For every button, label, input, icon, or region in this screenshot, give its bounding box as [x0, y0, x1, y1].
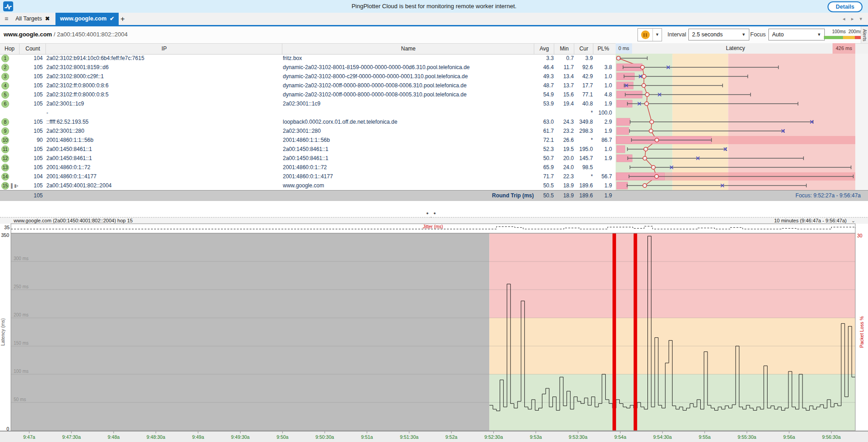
gridline-label: 300 ms [14, 256, 29, 261]
latency-axis-label: Latency (ms) [0, 318, 5, 346]
latency-scale-max: 426 ms [833, 43, 855, 54]
header-min[interactable]: Min [554, 44, 574, 54]
name-cell: 2001:4860:0:1::72 [283, 163, 534, 172]
header-ip[interactable]: IP [45, 44, 282, 54]
header-count[interactable]: Count [19, 44, 46, 54]
min-cell [554, 108, 574, 117]
hop-cell: 9 [0, 126, 19, 136]
interval-select[interactable]: 2.5 seconds▼ [688, 29, 749, 40]
name-cell: dynamic-2a02-3102-00ff-0000-8000-0000-00… [283, 90, 534, 99]
hop-badge: 3 [1, 73, 9, 80]
header-pl[interactable]: PL% [593, 44, 613, 54]
target-summary: www.google.com / 2a00:1450:4001:802::200… [4, 31, 128, 38]
pause-dropdown-arrow[interactable]: ▼ [653, 29, 662, 41]
pl-cell: 1.0 [593, 72, 612, 81]
min-cell: 13.4 [554, 72, 574, 81]
gridline-label: 100 ms [14, 369, 29, 374]
hop-cell: 6 [0, 99, 19, 108]
ip-cell: 2a02:3102:ff:0:8000:0:8:5 [46, 90, 281, 99]
chevron-down-icon: ▼ [817, 32, 821, 37]
pause-control: ▼ [637, 28, 662, 41]
tab-scroll-arrows[interactable]: ◂ ▸ ▾ [843, 13, 864, 25]
avg-cell: 53.9 [533, 99, 554, 108]
details-button[interactable]: Details [828, 1, 863, 12]
avg-cell: 46.4 [533, 63, 554, 72]
avg-cell [533, 108, 554, 117]
time-tick-label: 9:52a [446, 434, 457, 440]
tab-bar: ≡ All Targets ✖ www.google.com ✔ + ◂ ▸ ▾ [0, 13, 868, 26]
range-dropdown-icon: ⌄ [851, 218, 855, 223]
hop-latency-minicharts [616, 54, 855, 190]
target-host: www.google.com [4, 31, 52, 38]
tab-all-targets[interactable]: All Targets ✖ [11, 13, 54, 25]
rt-pl: 1.9 [593, 191, 612, 201]
ip-cell: 2001:4860:0:1::4177 [46, 172, 281, 181]
pl-cell: 86.7 [593, 136, 612, 145]
avg-cell: 63.0 [533, 117, 554, 126]
focus-value: Auto [772, 31, 784, 38]
latency-header-title: Latency [616, 43, 855, 54]
cur-cell: 92.6 [574, 63, 593, 72]
time-tick-label: 9:51a [361, 434, 373, 440]
alerts-label: Alerts [862, 29, 868, 41]
avg-cell: 49.3 [533, 72, 554, 81]
name-cell: 2a02:3001::1c9 [283, 99, 534, 108]
hop-cell: 1 [0, 54, 19, 63]
hop-cell: 14 [0, 172, 19, 181]
name-cell: dynamic-2a02-3102-8000-c29f-0000-0000-00… [283, 72, 534, 81]
cur-cell: 3.9 [574, 54, 593, 63]
pause-button[interactable] [638, 29, 653, 41]
hop-badge: 11 [1, 146, 9, 153]
ip-cell: 2a02:3102:8000:c29f::1 [46, 72, 281, 81]
rt-count: 105 [19, 191, 43, 201]
min-cell: 11.7 [554, 63, 574, 72]
name-cell: 2a00:1450:8461::1 [283, 145, 534, 154]
cur-cell: 189.6 [574, 181, 593, 190]
ip-cell: 2a00:1450:4001:802::2004 [46, 181, 281, 190]
hop-cell: 5 [0, 90, 19, 99]
avg-cell: 54.9 [533, 90, 554, 99]
pl-cell: 1.0 [593, 145, 612, 154]
header-cur[interactable]: Cur [574, 44, 593, 54]
time-tick-label: 9:53:30a [569, 434, 587, 440]
hop-cell: 11 [0, 145, 19, 154]
close-tab-icon[interactable]: ✖ [45, 13, 50, 25]
rt-min: 18.9 [554, 191, 574, 201]
time-tick-label: 9:55a [699, 434, 711, 440]
min-cell: 23.2 [554, 126, 574, 136]
target-separator: / [52, 31, 57, 38]
hop-cell: 15▌▮▪ [0, 181, 19, 190]
focus-select[interactable]: Auto▼ [768, 29, 825, 40]
y-max-label: 350 [1, 232, 9, 238]
round-trip-row: 105 Round Trip (ms) 50.5 18.9 189.6 1.9 … [0, 190, 868, 201]
count-cell: 105 [19, 126, 43, 136]
min-cell: 20.0 [554, 154, 574, 163]
hop-badge: 4 [1, 82, 9, 90]
cur-cell: 98.5 [574, 163, 593, 172]
time-tick-label: 9:48:30a [146, 434, 165, 440]
pl-cell: 3.8 [593, 63, 612, 72]
name-cell: 2a02:3001::280 [283, 126, 534, 136]
min-cell: 24.0 [554, 163, 574, 172]
header-name[interactable]: Name [282, 44, 534, 54]
avg-cell: 48.7 [533, 81, 554, 90]
header-avg[interactable]: Avg [534, 44, 554, 54]
time-tick-label: 9:50:30a [316, 434, 334, 440]
rt-cur: 189.6 [574, 191, 593, 201]
tab-www-google-com[interactable]: www.google.com ✔ [55, 13, 119, 25]
count-cell: 105 [19, 63, 43, 72]
count-cell: 105 [19, 181, 43, 190]
count-cell: 105 [19, 145, 43, 154]
count-cell: 105 [19, 154, 43, 163]
avg-cell: 65.9 [533, 163, 554, 172]
name-cell: 2001:4860:0:1::4177 [283, 172, 534, 181]
menu-icon[interactable]: ≡ [2, 13, 11, 25]
new-tab-button[interactable]: + [116, 13, 136, 25]
packet-loss-axis-label: Packet Loss % [859, 316, 864, 347]
header-hop[interactable]: Hop [0, 44, 19, 54]
legend-200ms: 200ms [848, 29, 862, 34]
gridline-label: 50 ms [14, 397, 26, 402]
pl-cell [593, 163, 612, 172]
hop-cell [0, 108, 19, 117]
timeline-graph[interactable]: www.google.com (2a00:1450:4001:802::2004… [0, 216, 868, 442]
